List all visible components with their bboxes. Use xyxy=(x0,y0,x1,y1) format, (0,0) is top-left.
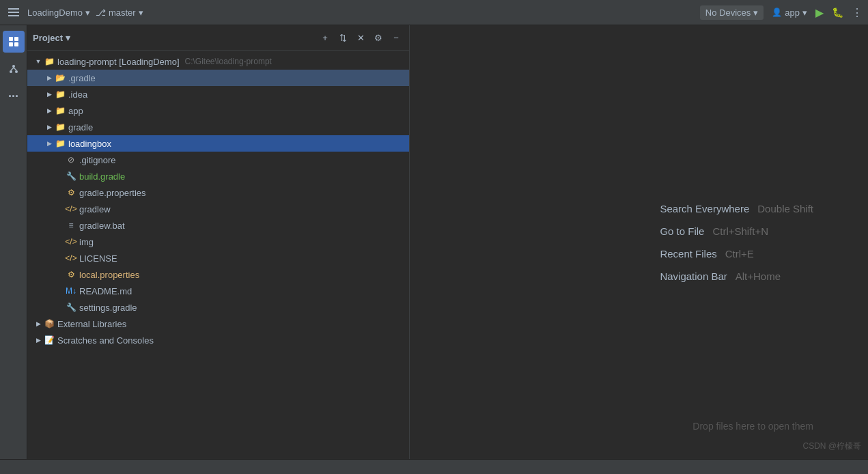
svg-line-7 xyxy=(11,68,14,70)
chevron-img[interactable] xyxy=(55,236,66,247)
svg-point-6 xyxy=(15,70,18,73)
settings-button[interactable]: ⚙ xyxy=(371,30,386,45)
chevron-gradlewbat[interactable] xyxy=(55,220,66,231)
tree-item-gradle2[interactable]: ▶📁gradle xyxy=(27,119,409,135)
no-devices-label: No Devices xyxy=(705,8,751,18)
more-options-button[interactable]: ⋮ xyxy=(852,6,863,19)
main-area: ··· Project ▾ + ⇅ ✕ ⚙ − ▼📁loading-prompt… xyxy=(0,25,868,459)
svg-point-4 xyxy=(12,65,15,68)
tree-item-extlibs[interactable]: ▶📦External Libraries xyxy=(27,316,409,332)
svg-rect-0 xyxy=(9,37,13,41)
svg-rect-1 xyxy=(14,37,18,41)
chevron-localprops[interactable] xyxy=(55,269,66,280)
chevron-gradlew[interactable] xyxy=(55,204,66,214)
project-name-button[interactable]: LoadingDemo ▾ xyxy=(27,8,90,18)
hint-shortcut-1: Ctrl+Shift+N xyxy=(712,225,768,237)
chevron-scratches[interactable]: ▶ xyxy=(33,335,44,346)
branch-dropdown-icon: ▾ xyxy=(139,8,143,18)
chevron-readme[interactable] xyxy=(55,285,66,296)
file-name-app: app xyxy=(68,106,83,116)
chevron-gitignore[interactable] xyxy=(55,154,66,165)
sidebar-title-dropdown[interactable]: ▾ xyxy=(66,33,70,43)
close-button[interactable]: ✕ xyxy=(353,30,368,45)
file-name-gradle: .gradle xyxy=(68,73,96,83)
tree-item-settingsgradle[interactable]: 🔧settings.gradle xyxy=(27,299,409,316)
chevron-gradle[interactable]: ▶ xyxy=(44,72,55,83)
hint-shortcut-3: Alt+Home xyxy=(736,270,781,282)
structure-view-button[interactable] xyxy=(3,58,25,80)
file-icon-img: </> xyxy=(66,236,76,247)
file-name-gradlewbat: gradlew.bat xyxy=(79,221,125,231)
file-icon-app: 📁 xyxy=(55,105,66,116)
top-bar: LoadingDemo ▾ ⎇ master ▾ No Devices ▾ 👤 … xyxy=(0,0,868,25)
file-icon-root: 📁 xyxy=(44,56,55,67)
tree-item-gradle[interactable]: ▶📂.gradle xyxy=(27,70,409,86)
no-devices-button[interactable]: No Devices ▾ xyxy=(700,5,764,20)
tree-item-gradlewbat[interactable]: ≡gradlew.bat xyxy=(27,217,409,234)
app-button[interactable]: 👤 app ▾ xyxy=(772,8,807,18)
tree-item-img[interactable]: </>img xyxy=(27,234,409,250)
app-config-icon: 👤 xyxy=(772,8,782,17)
project-name-label: LoadingDemo xyxy=(27,8,83,18)
icon-bar: ··· xyxy=(0,25,27,459)
file-name-scratches: Scratches and Consoles xyxy=(57,335,154,346)
tree-item-license[interactable]: </>LICENSE xyxy=(27,250,409,266)
chevron-settingsgradle[interactable] xyxy=(55,302,66,313)
debug-button[interactable]: 🐛 xyxy=(832,7,843,18)
file-icon-scratches: 📝 xyxy=(44,335,55,346)
chevron-idea[interactable]: ▶ xyxy=(44,89,55,100)
hint-label-2: Recent Files xyxy=(660,248,716,260)
file-name-buildgradle: build.gradle xyxy=(79,171,125,182)
file-name-readme: README.md xyxy=(79,286,132,296)
tree-item-buildgradle[interactable]: 🔧build.gradle xyxy=(27,168,409,184)
file-icon-settingsgradle: 🔧 xyxy=(66,302,76,313)
tree-item-gradlew[interactable]: </>gradlew xyxy=(27,201,409,217)
sidebar-title-text: Project xyxy=(33,33,63,43)
tree-item-scratches[interactable]: ▶📝Scratches and Consoles xyxy=(27,332,409,348)
hint-label-3: Navigation Bar xyxy=(660,270,727,282)
file-name-loadingbox: loadingbox xyxy=(68,139,111,149)
file-name-localprops: local.properties xyxy=(79,270,139,280)
hint-row-0: Search EverywhereDouble Shift xyxy=(660,203,813,214)
hint-row-3: Navigation BarAlt+Home xyxy=(660,270,813,282)
sidebar-title: Project ▾ xyxy=(33,33,315,43)
sidebar-header: Project ▾ + ⇅ ✕ ⚙ − xyxy=(27,25,409,51)
watermark: CSDN @柠檬哥 xyxy=(802,441,861,452)
chevron-loadingbox[interactable]: ▶ xyxy=(44,138,55,149)
chevron-license[interactable] xyxy=(55,253,66,264)
tree-item-loadingbox[interactable]: ▶📁loadingbox xyxy=(27,135,409,152)
tree-item-localprops[interactable]: ⚙local.properties xyxy=(27,266,409,283)
hint-label-1: Go to File xyxy=(660,225,704,237)
chevron-extlibs[interactable]: ▶ xyxy=(33,318,44,329)
chevron-gradle2[interactable]: ▶ xyxy=(44,122,55,133)
file-icon-gradleprops: ⚙ xyxy=(66,187,76,198)
tree-item-app[interactable]: ▶📁app xyxy=(27,102,409,119)
file-name-idea: .idea xyxy=(68,89,87,100)
add-button[interactable]: + xyxy=(318,30,333,45)
chevron-root[interactable]: ▼ xyxy=(33,56,44,67)
minimize-button[interactable]: − xyxy=(389,30,404,45)
more-tools-button[interactable]: ··· xyxy=(3,85,25,107)
file-name-gitignore: .gitignore xyxy=(79,155,115,165)
expand-button[interactable]: ⇅ xyxy=(335,30,350,45)
hamburger-button[interactable] xyxy=(5,5,22,19)
branch-icon: ⎇ xyxy=(96,8,106,18)
project-view-button[interactable] xyxy=(3,31,25,53)
file-icon-idea: 📁 xyxy=(55,89,66,100)
tree-item-idea[interactable]: ▶📁.idea xyxy=(27,86,409,102)
tree-item-gitignore[interactable]: ⊘.gitignore xyxy=(27,152,409,168)
svg-rect-3 xyxy=(14,42,18,46)
tree-item-gradleprops[interactable]: ⚙gradle.properties xyxy=(27,184,409,201)
bottom-bar xyxy=(0,459,868,474)
no-devices-dropdown-icon: ▾ xyxy=(753,8,758,18)
tree-item-root[interactable]: ▼📁loading-prompt [LoadingDemo]C:\Gitee\l… xyxy=(27,53,409,70)
file-icon-extlibs: 📦 xyxy=(44,318,55,329)
tree-item-readme[interactable]: M↓README.md xyxy=(27,283,409,299)
chevron-buildgradle[interactable] xyxy=(55,171,66,182)
chevron-gradleprops[interactable] xyxy=(55,187,66,198)
chevron-app[interactable]: ▶ xyxy=(44,105,55,116)
app-dropdown-icon: ▾ xyxy=(802,8,807,18)
main-content: Search EverywhereDouble ShiftGo to FileC… xyxy=(410,25,868,459)
branch-button[interactable]: ⎇ master ▾ xyxy=(96,8,143,18)
run-button[interactable]: ▶ xyxy=(815,6,824,19)
